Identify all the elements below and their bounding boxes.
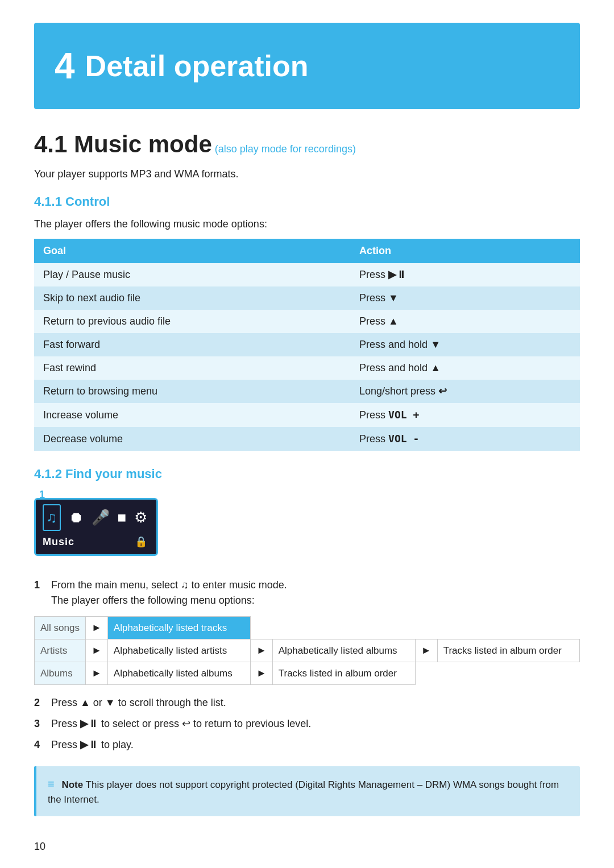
section-411-label: 4.1.1 Control bbox=[34, 194, 110, 209]
menu-row-label: Artists bbox=[35, 639, 86, 662]
col-goal: Goal bbox=[34, 239, 350, 263]
menu-item: Tracks listed in album order bbox=[272, 662, 415, 685]
table-row: Press ▲ bbox=[350, 310, 580, 333]
section-41-heading: 4.1 Music mode (also play mode for recor… bbox=[34, 126, 580, 162]
chapter-number: 4 bbox=[55, 39, 75, 93]
table-row: Return to browsing menu bbox=[34, 380, 350, 403]
note-icon: ≡ bbox=[48, 778, 55, 790]
table-row: Fast forward bbox=[34, 333, 350, 356]
chapter-title: Detail operation bbox=[85, 44, 309, 88]
control-table: Goal Action Play / Pause musicPress ▶⏸Sk… bbox=[34, 239, 580, 451]
table-row: Increase volume bbox=[34, 403, 350, 427]
table-row: Press ▼ bbox=[350, 286, 580, 310]
record-icon: ⏺ bbox=[69, 506, 84, 529]
player-label-text: Music bbox=[43, 534, 74, 550]
menu-arrow: ► bbox=[250, 662, 272, 685]
section-412-heading: 4.1.2 Find your music bbox=[34, 464, 580, 483]
player-step-number: 1 bbox=[39, 487, 45, 502]
section-41-number: 4.1 bbox=[34, 131, 74, 157]
gear-icon: ⚙ bbox=[134, 506, 147, 529]
table-row: Play / Pause music bbox=[34, 263, 350, 286]
back-icon-step3: ↩ bbox=[182, 718, 190, 729]
menu-arrow: ► bbox=[86, 617, 108, 639]
note-body: This player does not support copyright p… bbox=[48, 779, 559, 805]
section-41-title: Music mode bbox=[74, 131, 212, 157]
section-412-label: 4.1.2 Find your music bbox=[34, 467, 162, 481]
section-411-intro: The player offers the following music mo… bbox=[34, 217, 580, 232]
menu-item: Tracks listed in album order bbox=[437, 639, 579, 662]
note-label: Note bbox=[61, 779, 83, 790]
table-row: Decrease volume bbox=[34, 427, 350, 451]
menu-item: Alphabetically listed albums bbox=[107, 662, 250, 685]
player-icon-bar: ♫ ⏺ 🎤 ■ ⚙ bbox=[43, 504, 147, 531]
square-icon: ■ bbox=[118, 506, 127, 529]
step-2: 2 Press ▲ or ▼ to scroll through the lis… bbox=[34, 695, 580, 711]
section-41-body: Your player supports MP3 and WMA formats… bbox=[34, 167, 580, 182]
table-row: Return to previous audio file bbox=[34, 310, 350, 333]
menu-options-table: All songs►Alphabetically listed tracksAr… bbox=[34, 616, 580, 685]
menu-item: Alphabetically listed artists bbox=[107, 639, 250, 662]
music-note-icon: ♫ bbox=[181, 579, 189, 591]
page-number: 10 bbox=[34, 839, 580, 854]
table-row: Press and hold ▲ bbox=[350, 356, 580, 380]
section-41-subtitle: (also play mode for recordings) bbox=[215, 143, 356, 155]
step-3: 3 Press ▶⏸ to select or press ↩ to retur… bbox=[34, 716, 580, 732]
chapter-header: 4 Detail operation bbox=[34, 23, 580, 109]
step1-sub: The player offers the following menu opt… bbox=[51, 595, 255, 606]
menu-item: Alphabetically listed albums bbox=[272, 639, 415, 662]
menu-row-label: All songs bbox=[35, 617, 86, 639]
lock-icon: 🔒 bbox=[135, 534, 147, 550]
menu-row-label: Albums bbox=[35, 662, 86, 685]
menu-arrow: ► bbox=[86, 639, 108, 662]
step-4: 4 Press ▶⏸ to play. bbox=[34, 737, 580, 753]
table-row: Press and hold ▼ bbox=[350, 333, 580, 356]
steps-list: 1 From the main menu, select ♫ to enter … bbox=[34, 578, 580, 608]
steps-list-234: 2 Press ▲ or ▼ to scroll through the lis… bbox=[34, 695, 580, 753]
table-row: Fast rewind bbox=[34, 356, 350, 380]
menu-arrow: ► bbox=[250, 639, 272, 662]
music-icon: ♫ bbox=[43, 504, 61, 531]
step-1: 1 From the main menu, select ♫ to enter … bbox=[34, 578, 580, 608]
menu-item: Alphabetically listed tracks bbox=[107, 617, 250, 639]
player-mockup: 1 ♫ ⏺ 🎤 ■ ⚙ Music 🔒 bbox=[34, 498, 158, 556]
note-box: ≡ Note This player does not support copy… bbox=[34, 766, 580, 816]
menu-arrow: ► bbox=[415, 639, 437, 662]
table-row: Press VOL + bbox=[350, 403, 580, 427]
table-row: Skip to next audio file bbox=[34, 286, 350, 310]
col-action: Action bbox=[350, 239, 580, 263]
table-row: Press ▶⏸ bbox=[350, 263, 580, 286]
table-row: Press VOL - bbox=[350, 427, 580, 451]
table-row: Long/short press ↩ bbox=[350, 380, 580, 403]
section-411-heading: 4.1.1 Control bbox=[34, 192, 580, 211]
menu-arrow: ► bbox=[86, 662, 108, 685]
mic-icon: 🎤 bbox=[92, 506, 110, 529]
